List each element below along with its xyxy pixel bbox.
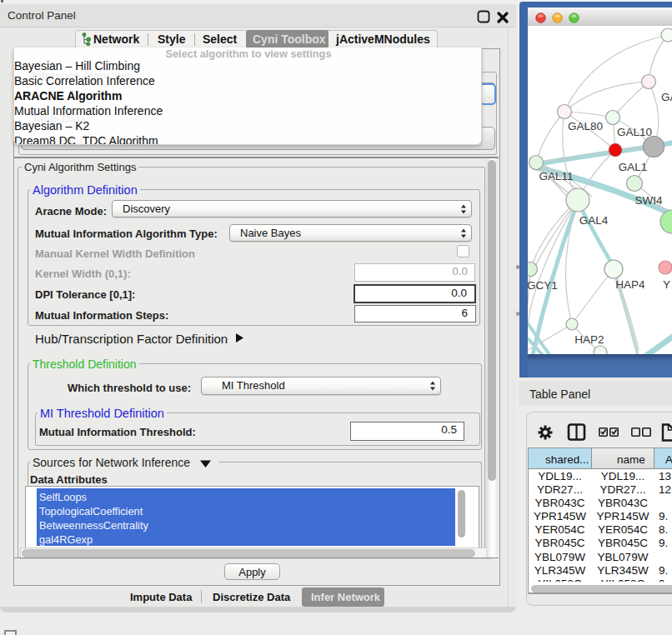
svg-text:GAL80: GAL80	[568, 120, 603, 132]
svg-text:HAP2: HAP2	[574, 333, 604, 346]
svg-text:GCY1: GCY1	[528, 279, 558, 292]
svg-text:HAP4: HAP4	[615, 278, 645, 291]
svg-text:GAL1: GAL1	[619, 161, 648, 173]
svg-text:GAL4: GAL4	[579, 214, 609, 227]
svg-text:GAL10: GAL10	[617, 126, 652, 138]
svg-text:GAL11: GAL11	[539, 170, 573, 182]
svg-text:Y: Y	[663, 278, 670, 291]
svg-text:GAL7: GAL7	[661, 91, 672, 103]
svg-text:SWI4: SWI4	[634, 194, 662, 207]
